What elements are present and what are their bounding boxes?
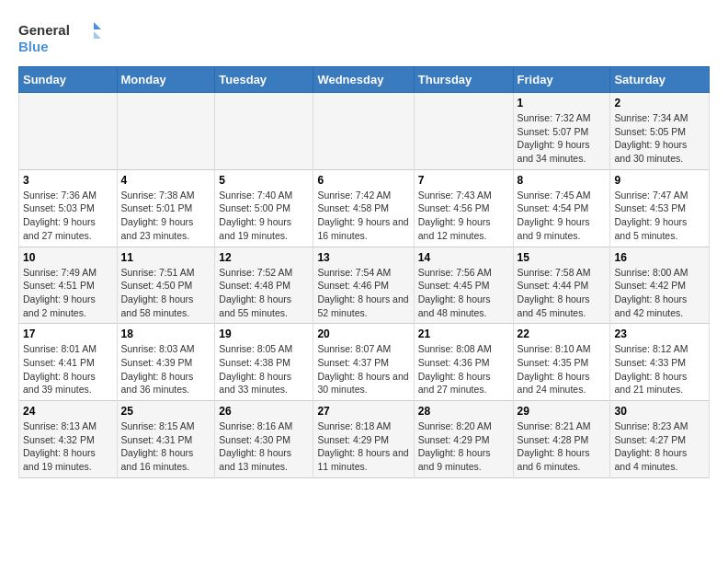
calendar-cell: 4Sunrise: 7:38 AM Sunset: 5:01 PM Daylig… bbox=[117, 169, 215, 247]
calendar-cell: 2Sunrise: 7:34 AM Sunset: 5:05 PM Daylig… bbox=[610, 93, 710, 170]
calendar-cell: 7Sunrise: 7:43 AM Sunset: 4:56 PM Daylig… bbox=[414, 169, 513, 247]
calendar-week-1: 1Sunrise: 7:32 AM Sunset: 5:07 PM Daylig… bbox=[19, 93, 710, 170]
day-number: 24 bbox=[23, 405, 113, 418]
day-info: Sunrise: 8:21 AM Sunset: 4:28 PM Dayligh… bbox=[518, 419, 607, 474]
day-info: Sunrise: 7:47 AM Sunset: 4:53 PM Dayligh… bbox=[614, 189, 705, 243]
day-number: 26 bbox=[219, 405, 309, 418]
calendar-week-4: 17Sunrise: 8:01 AM Sunset: 4:41 PM Dayli… bbox=[19, 324, 710, 401]
header-tuesday: Tuesday bbox=[215, 67, 313, 93]
calendar-cell: 5Sunrise: 7:40 AM Sunset: 5:00 PM Daylig… bbox=[215, 169, 313, 247]
day-number: 13 bbox=[317, 251, 409, 264]
day-info: Sunrise: 8:18 AM Sunset: 4:29 PM Dayligh… bbox=[317, 419, 409, 474]
calendar-cell: 8Sunrise: 7:45 AM Sunset: 4:54 PM Daylig… bbox=[513, 169, 610, 247]
day-info: Sunrise: 7:56 AM Sunset: 4:45 PM Dayligh… bbox=[418, 266, 509, 320]
calendar-cell: 21Sunrise: 8:08 AM Sunset: 4:36 PM Dayli… bbox=[414, 324, 513, 401]
calendar-cell bbox=[19, 93, 118, 170]
day-number: 15 bbox=[518, 251, 607, 264]
calendar-cell: 9Sunrise: 7:47 AM Sunset: 4:53 PM Daylig… bbox=[610, 169, 710, 247]
day-info: Sunrise: 7:34 AM Sunset: 5:05 PM Dayligh… bbox=[614, 111, 705, 166]
calendar-cell: 17Sunrise: 8:01 AM Sunset: 4:41 PM Dayli… bbox=[19, 324, 118, 401]
calendar-cell: 19Sunrise: 8:05 AM Sunset: 4:38 PM Dayli… bbox=[215, 324, 313, 401]
calendar-header-row: SundayMondayTuesdayWednesdayThursdayFrid… bbox=[19, 67, 710, 93]
day-number: 5 bbox=[219, 174, 309, 187]
day-number: 7 bbox=[418, 174, 509, 187]
calendar-cell: 23Sunrise: 8:12 AM Sunset: 4:33 PM Dayli… bbox=[610, 324, 710, 401]
calendar-cell: 25Sunrise: 8:15 AM Sunset: 4:31 PM Dayli… bbox=[117, 401, 215, 478]
day-number: 25 bbox=[121, 405, 211, 418]
calendar-week-3: 10Sunrise: 7:49 AM Sunset: 4:51 PM Dayli… bbox=[19, 247, 710, 324]
calendar-cell bbox=[215, 93, 313, 170]
svg-marker-2 bbox=[94, 22, 101, 29]
calendar-cell: 26Sunrise: 8:16 AM Sunset: 4:30 PM Dayli… bbox=[215, 401, 313, 478]
day-info: Sunrise: 8:03 AM Sunset: 4:39 PM Dayligh… bbox=[121, 342, 211, 396]
logo-icon: General Blue bbox=[18, 18, 101, 57]
day-number: 16 bbox=[614, 251, 705, 264]
calendar-cell: 16Sunrise: 8:00 AM Sunset: 4:42 PM Dayli… bbox=[610, 247, 710, 324]
day-number: 19 bbox=[219, 327, 309, 340]
day-info: Sunrise: 8:08 AM Sunset: 4:36 PM Dayligh… bbox=[418, 342, 509, 396]
day-info: Sunrise: 8:01 AM Sunset: 4:41 PM Dayligh… bbox=[23, 342, 113, 396]
day-number: 28 bbox=[418, 405, 509, 418]
header-friday: Friday bbox=[513, 67, 610, 93]
day-number: 1 bbox=[518, 97, 607, 109]
day-info: Sunrise: 7:36 AM Sunset: 5:03 PM Dayligh… bbox=[23, 189, 113, 243]
svg-text:Blue: Blue bbox=[18, 39, 49, 54]
day-info: Sunrise: 7:52 AM Sunset: 4:48 PM Dayligh… bbox=[219, 266, 309, 320]
day-number: 30 bbox=[614, 405, 705, 418]
day-number: 8 bbox=[518, 174, 607, 187]
day-number: 27 bbox=[317, 405, 409, 418]
day-info: Sunrise: 8:05 AM Sunset: 4:38 PM Dayligh… bbox=[219, 342, 309, 396]
day-info: Sunrise: 7:58 AM Sunset: 4:44 PM Dayligh… bbox=[518, 266, 607, 320]
calendar-cell: 13Sunrise: 7:54 AM Sunset: 4:46 PM Dayli… bbox=[313, 247, 414, 324]
day-number: 9 bbox=[614, 174, 705, 187]
day-number: 18 bbox=[121, 327, 211, 340]
calendar-cell bbox=[117, 93, 215, 170]
day-info: Sunrise: 7:54 AM Sunset: 4:46 PM Dayligh… bbox=[317, 266, 409, 320]
calendar-cell: 27Sunrise: 8:18 AM Sunset: 4:29 PM Dayli… bbox=[313, 401, 414, 478]
calendar-cell: 20Sunrise: 8:07 AM Sunset: 4:37 PM Dayli… bbox=[313, 324, 414, 401]
calendar-cell: 28Sunrise: 8:20 AM Sunset: 4:29 PM Dayli… bbox=[414, 401, 513, 478]
day-info: Sunrise: 7:38 AM Sunset: 5:01 PM Dayligh… bbox=[121, 189, 211, 243]
calendar-cell: 3Sunrise: 7:36 AM Sunset: 5:03 PM Daylig… bbox=[19, 169, 118, 247]
day-info: Sunrise: 7:51 AM Sunset: 4:50 PM Dayligh… bbox=[121, 266, 211, 320]
day-info: Sunrise: 8:20 AM Sunset: 4:29 PM Dayligh… bbox=[418, 419, 509, 474]
header-sunday: Sunday bbox=[19, 67, 118, 93]
calendar-cell: 6Sunrise: 7:42 AM Sunset: 4:58 PM Daylig… bbox=[313, 169, 414, 247]
calendar-cell: 15Sunrise: 7:58 AM Sunset: 4:44 PM Dayli… bbox=[513, 247, 610, 324]
calendar-cell: 10Sunrise: 7:49 AM Sunset: 4:51 PM Dayli… bbox=[19, 247, 118, 324]
day-info: Sunrise: 7:32 AM Sunset: 5:07 PM Dayligh… bbox=[518, 111, 607, 166]
header-saturday: Saturday bbox=[610, 67, 710, 93]
day-number: 12 bbox=[219, 251, 309, 264]
day-info: Sunrise: 8:10 AM Sunset: 4:35 PM Dayligh… bbox=[518, 342, 607, 396]
day-info: Sunrise: 7:49 AM Sunset: 4:51 PM Dayligh… bbox=[23, 266, 113, 320]
day-number: 6 bbox=[317, 174, 409, 187]
day-info: Sunrise: 8:16 AM Sunset: 4:30 PM Dayligh… bbox=[219, 419, 309, 474]
page-header: General Blue bbox=[18, 18, 710, 57]
day-number: 3 bbox=[23, 174, 113, 187]
calendar-cell bbox=[313, 93, 414, 170]
calendar-table: SundayMondayTuesdayWednesdayThursdayFrid… bbox=[18, 66, 710, 478]
calendar-cell: 29Sunrise: 8:21 AM Sunset: 4:28 PM Dayli… bbox=[513, 401, 610, 478]
day-number: 23 bbox=[614, 327, 705, 340]
day-info: Sunrise: 8:23 AM Sunset: 4:27 PM Dayligh… bbox=[614, 419, 705, 474]
calendar-cell: 24Sunrise: 8:13 AM Sunset: 4:32 PM Dayli… bbox=[19, 401, 118, 478]
day-number: 2 bbox=[614, 97, 705, 109]
header-thursday: Thursday bbox=[414, 67, 513, 93]
day-info: Sunrise: 8:07 AM Sunset: 4:37 PM Dayligh… bbox=[317, 342, 409, 396]
svg-text:General: General bbox=[18, 22, 70, 38]
day-number: 11 bbox=[121, 251, 211, 264]
day-number: 21 bbox=[418, 327, 509, 340]
day-info: Sunrise: 8:12 AM Sunset: 4:33 PM Dayligh… bbox=[614, 342, 705, 396]
day-info: Sunrise: 8:00 AM Sunset: 4:42 PM Dayligh… bbox=[614, 266, 705, 320]
calendar-week-5: 24Sunrise: 8:13 AM Sunset: 4:32 PM Dayli… bbox=[19, 401, 710, 478]
day-number: 17 bbox=[23, 327, 113, 340]
calendar-cell: 18Sunrise: 8:03 AM Sunset: 4:39 PM Dayli… bbox=[117, 324, 215, 401]
day-info: Sunrise: 7:42 AM Sunset: 4:58 PM Dayligh… bbox=[317, 189, 409, 243]
calendar-cell bbox=[414, 93, 513, 170]
calendar-week-2: 3Sunrise: 7:36 AM Sunset: 5:03 PM Daylig… bbox=[19, 169, 710, 247]
day-number: 22 bbox=[518, 327, 607, 340]
day-number: 14 bbox=[418, 251, 509, 264]
logo: General Blue bbox=[18, 18, 101, 57]
day-number: 29 bbox=[518, 405, 607, 418]
calendar-cell: 12Sunrise: 7:52 AM Sunset: 4:48 PM Dayli… bbox=[215, 247, 313, 324]
